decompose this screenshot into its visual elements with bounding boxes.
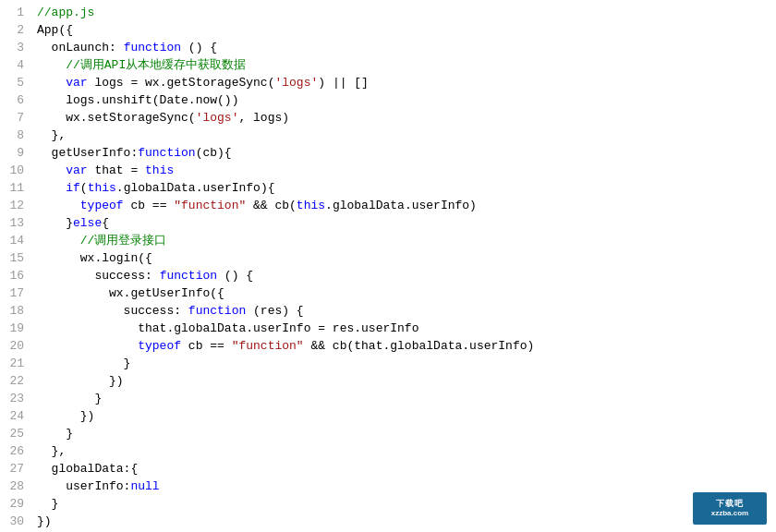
- token: globalData:{: [37, 462, 138, 476]
- token: (: [80, 181, 88, 195]
- token: [37, 163, 66, 177]
- token: wx.setStorageSync(: [37, 111, 196, 125]
- code-line: 7 wx.setStorageSync('logs', logs): [0, 109, 776, 127]
- line-content: }: [33, 425, 776, 442]
- code-line: 25 }: [0, 425, 776, 442]
- code-line: 5 var logs = wx.getStorageSync('logs') |…: [0, 74, 776, 91]
- code-line: 2App({: [0, 21, 776, 39]
- token: logs.unshift(Date.now()): [37, 93, 238, 107]
- line-content: userInfo:null: [33, 478, 776, 495]
- code-editor: 1//app.js2App({3 onLaunch: function () {…: [0, 0, 776, 532]
- line-content: }): [33, 372, 776, 390]
- token: (cb){: [196, 146, 232, 160]
- code-line: 22 }): [0, 372, 776, 390]
- token: 'logs': [196, 111, 239, 125]
- token: typeof: [80, 199, 124, 212]
- line-number: 2: [0, 21, 33, 39]
- token: //调用登录接口: [37, 234, 166, 248]
- line-number: 4: [0, 56, 33, 74]
- token: getUserInfo:: [37, 146, 138, 160]
- token: && cb(: [246, 199, 297, 212]
- token: (res) {: [246, 304, 303, 318]
- line-content: globalData:{: [33, 460, 776, 478]
- token: //app.js: [37, 6, 94, 19]
- token: }: [37, 216, 73, 230]
- watermark-cn: 下载吧: [711, 499, 748, 509]
- token: logs = wx.getStorageSync(: [88, 76, 275, 90]
- token: var: [66, 76, 87, 90]
- code-line: 3 onLaunch: function () {: [0, 39, 776, 56]
- line-content: }): [33, 407, 776, 425]
- code-line: 24 }): [0, 407, 776, 425]
- token: this: [145, 163, 174, 177]
- line-number: 5: [0, 74, 33, 91]
- line-number: 22: [0, 372, 33, 390]
- token: function: [160, 269, 217, 283]
- code-line: 15 wx.login({: [0, 249, 776, 267]
- line-number: 27: [0, 460, 33, 478]
- line-content: wx.login({: [33, 249, 776, 267]
- token: 'logs': [274, 76, 318, 90]
- code-line: 19 that.globalData.userInfo = res.userIn…: [0, 320, 776, 337]
- token: [37, 76, 66, 90]
- token: cb ==: [124, 199, 175, 212]
- token: that =: [88, 163, 145, 177]
- code-line: 29 }: [0, 495, 776, 513]
- line-number: 11: [0, 179, 33, 197]
- token: , logs): [238, 111, 289, 125]
- token: }): [37, 514, 52, 528]
- code-line: 9 getUserInfo:function(cb){: [0, 144, 776, 162]
- token: }): [37, 374, 124, 388]
- line-content: typeof cb == "function" && cb(that.globa…: [33, 337, 776, 355]
- line-content: }: [33, 390, 776, 407]
- line-number: 10: [0, 162, 33, 179]
- token: [37, 199, 80, 212]
- token: },: [37, 128, 66, 142]
- line-content: typeof cb == "function" && cb(this.globa…: [33, 197, 776, 214]
- code-line: 14 //调用登录接口: [0, 232, 776, 249]
- line-content: App({: [33, 21, 776, 39]
- token: onLaunch:: [37, 41, 124, 54]
- token: success:: [37, 304, 188, 318]
- line-content: }: [33, 495, 776, 513]
- token: function: [188, 304, 246, 318]
- line-content: success: function (res) {: [33, 302, 776, 320]
- token: cb ==: [181, 339, 232, 353]
- code-line: 23 }: [0, 390, 776, 407]
- line-number: 7: [0, 109, 33, 127]
- token: () {: [217, 269, 253, 283]
- watermark-url: xzzba.com: [711, 509, 748, 518]
- line-number: 29: [0, 495, 33, 513]
- line-number: 23: [0, 390, 33, 407]
- code-line: 21 }: [0, 355, 776, 372]
- code-line: 27 globalData:{: [0, 460, 776, 478]
- token: }): [37, 409, 94, 423]
- line-number: 17: [0, 284, 33, 302]
- line-number: 1: [0, 4, 33, 21]
- code-line: 6 logs.unshift(Date.now()): [0, 91, 776, 109]
- line-number: 6: [0, 91, 33, 109]
- line-number: 14: [0, 232, 33, 249]
- token: "function": [174, 199, 246, 212]
- line-content: }: [33, 355, 776, 372]
- token: "function": [232, 339, 304, 353]
- line-number: 30: [0, 513, 33, 530]
- code-line: 17 wx.getUserInfo({: [0, 284, 776, 302]
- line-content: }else{: [33, 214, 776, 232]
- line-content: that.globalData.userInfo = res.userInfo: [33, 320, 776, 337]
- token: () {: [181, 41, 217, 54]
- line-number: 16: [0, 267, 33, 284]
- line-content: wx.setStorageSync('logs', logs): [33, 109, 776, 127]
- line-content: var logs = wx.getStorageSync('logs') || …: [33, 74, 776, 91]
- token: {: [102, 216, 109, 230]
- line-number: 12: [0, 197, 33, 214]
- code-line: 13 }else{: [0, 214, 776, 232]
- line-number: 25: [0, 425, 33, 442]
- token: //调用API从本地缓存中获取数据: [37, 58, 246, 72]
- line-content: if(this.globalData.userInfo){: [33, 179, 776, 197]
- line-content: logs.unshift(Date.now()): [33, 91, 776, 109]
- line-content: //调用API从本地缓存中获取数据: [33, 56, 776, 74]
- watermark: 下载吧 xzzba.com: [693, 492, 767, 525]
- token: }: [37, 427, 73, 441]
- code-line: 10 var that = this: [0, 162, 776, 179]
